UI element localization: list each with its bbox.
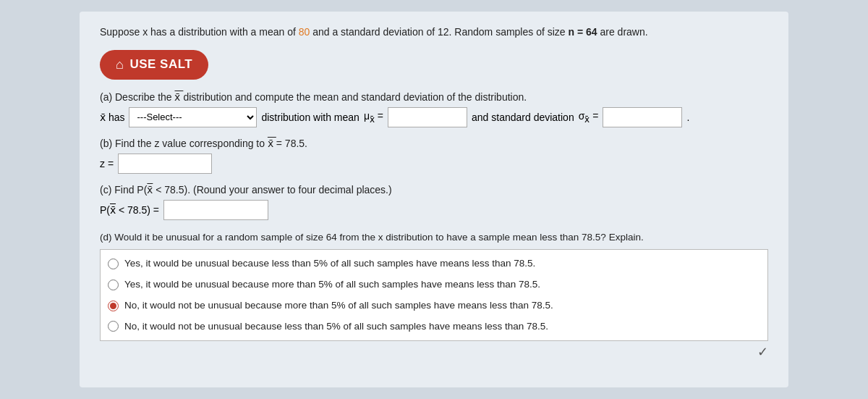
mean-value: 80 xyxy=(299,26,310,38)
radio-input-d1[interactable] xyxy=(108,259,119,269)
radio-input-d2[interactable] xyxy=(108,280,119,290)
section-c: (c) Find P(x̄ < 78.5). (Round your answe… xyxy=(100,184,768,220)
radio-option-d1[interactable]: Yes, it would be unusual because less th… xyxy=(108,254,759,274)
mean-input[interactable] xyxy=(388,107,467,127)
radio-option-d3[interactable]: No, it would not be unusual because more… xyxy=(108,296,759,316)
distribution-select[interactable]: ---Select--- a normal an approximately n… xyxy=(129,107,257,127)
part-a-text1: (a) Describe the xyxy=(100,91,172,103)
z-label: z = xyxy=(100,158,114,169)
radio-group-d: Yes, it would be unusual because less th… xyxy=(100,249,768,342)
dist-label: distribution with mean xyxy=(261,112,359,123)
part-b-equals: = 78.5. xyxy=(276,138,307,149)
radio-label-d3: No, it would not be unusual because more… xyxy=(124,299,553,313)
part-b-text1: (b) Find the z value corresponding to xyxy=(100,138,265,149)
radio-option-d4[interactable]: No, it would not be unusual because less… xyxy=(108,317,759,337)
sigma-input[interactable] xyxy=(603,107,682,127)
part-b-row: z = xyxy=(100,154,768,174)
part-d-question: (d) Would it be unusual for a random sam… xyxy=(100,230,768,245)
x-has-label: x̄ has xyxy=(100,112,124,123)
problem-text-2: and a standard deviation of 12. Random s… xyxy=(310,26,568,38)
problem-statement: Suppose x has a distribution with a mean… xyxy=(100,25,768,40)
section-b-label: (b) Find the z value corresponding to x̄… xyxy=(100,138,768,149)
mu-label: μx̄ = xyxy=(364,110,383,125)
section-d: (d) Would it be unusual for a random sam… xyxy=(100,230,768,361)
radio-input-d4[interactable] xyxy=(108,321,119,332)
radio-label-d2: Yes, it would be unusual because more th… xyxy=(124,278,540,292)
p-label: P(x̄ < 78.5) = xyxy=(100,204,159,216)
n-value: n = 64 xyxy=(569,26,597,38)
part-a-row: x̄ has ---Select--- a normal an approxim… xyxy=(100,107,768,127)
problem-text-1: Suppose x has a distribution with a mean… xyxy=(100,26,299,38)
section-b: (b) Find the z value corresponding to x̄… xyxy=(100,138,768,174)
main-container: Suppose x has a distribution with a mean… xyxy=(80,12,788,388)
p-input[interactable] xyxy=(163,200,268,220)
radio-input-d3[interactable] xyxy=(108,301,119,311)
checkmark-icon: ✓ xyxy=(757,344,768,360)
and-label: and standard deviation xyxy=(472,112,574,123)
radio-label-d1: Yes, it would be unusual because less th… xyxy=(124,257,535,271)
use-salt-label: USE SALT xyxy=(129,57,192,72)
section-a: (a) Describe the x̄ distribution and com… xyxy=(100,91,768,127)
part-c-text1: (c) Find P(x̄ < 78.5). (Round your answe… xyxy=(100,184,392,196)
sigma-label: σx̄ = xyxy=(579,110,599,125)
problem-text-3: are drawn. xyxy=(597,26,648,38)
radio-option-d2[interactable]: Yes, it would be unusual because more th… xyxy=(108,275,759,295)
x-bar-a: x̄ xyxy=(174,91,183,103)
checkmark-area: ✓ xyxy=(100,344,768,360)
part-a-text2: distribution and compute the mean and st… xyxy=(183,91,527,103)
section-c-label: (c) Find P(x̄ < 78.5). (Round your answe… xyxy=(100,184,768,196)
section-a-label: (a) Describe the x̄ distribution and com… xyxy=(100,91,768,103)
salt-icon: ⌂ xyxy=(116,57,124,72)
radio-label-d4: No, it would not be unusual because less… xyxy=(124,320,548,334)
x-bar-b: x̄ xyxy=(268,138,276,149)
part-c-row: P(x̄ < 78.5) = xyxy=(100,200,768,220)
period-a: . xyxy=(686,112,689,123)
z-input[interactable] xyxy=(118,154,212,174)
use-salt-button[interactable]: ⌂ USE SALT xyxy=(100,50,208,80)
